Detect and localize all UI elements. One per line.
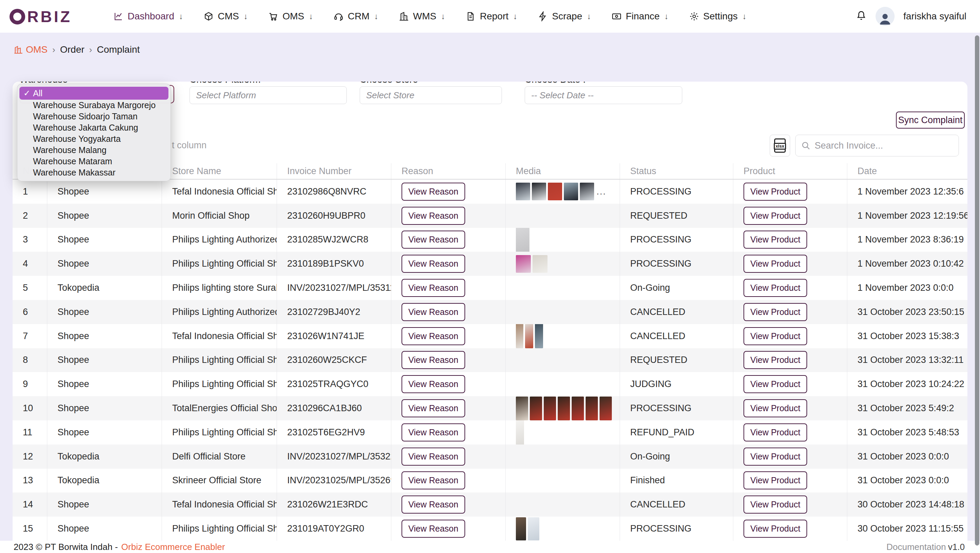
- warehouse-option[interactable]: ✓Warehouse Mataram: [19, 156, 169, 167]
- view-product-button[interactable]: View Product: [743, 230, 807, 249]
- chevron-down-icon: ↓: [587, 11, 591, 21]
- cell-date: 31 October 2023 15:38:3: [847, 324, 967, 348]
- view-reason-button[interactable]: View Reason: [401, 520, 465, 538]
- view-reason-button[interactable]: View Reason: [401, 399, 465, 417]
- media-thumbnail[interactable]: [530, 397, 542, 420]
- select-column-text[interactable]: t column: [172, 140, 207, 151]
- nav-item-report[interactable]: Report↓: [466, 11, 517, 22]
- media-thumbnail[interactable]: [516, 420, 524, 445]
- view-product-button[interactable]: View Product: [743, 279, 807, 297]
- view-product-button[interactable]: View Product: [743, 327, 807, 345]
- media-thumbnail[interactable]: [516, 228, 530, 252]
- view-reason-button[interactable]: View Reason: [401, 351, 465, 369]
- breadcrumb-order[interactable]: Order: [60, 44, 84, 55]
- media-thumbnail[interactable]: [548, 183, 562, 200]
- view-reason-button[interactable]: View Reason: [401, 303, 465, 321]
- view-reason-button[interactable]: View Reason: [401, 448, 465, 466]
- platform-select-input[interactable]: [189, 86, 347, 104]
- view-reason-button[interactable]: View Reason: [401, 230, 465, 249]
- media-thumbnail[interactable]: [516, 255, 531, 273]
- view-reason-button[interactable]: View Reason: [401, 327, 465, 345]
- view-product-button[interactable]: View Product: [743, 351, 807, 369]
- orbiz-footer-link[interactable]: Orbiz Ecommerce Enabler: [121, 542, 225, 552]
- warehouse-option[interactable]: ✓Warehouse Jakarta Cakung: [19, 122, 169, 133]
- date-select-input[interactable]: [525, 86, 682, 104]
- warehouse-dropdown-menu: ✓All✓Warehouse Surabaya Margorejo✓Wareho…: [17, 84, 171, 181]
- media-thumbnail[interactable]: [532, 183, 546, 200]
- media-thumbnail[interactable]: [516, 517, 526, 540]
- warehouse-option[interactable]: ✓Warehouse Makassar: [19, 167, 169, 178]
- media-thumbnail[interactable]: [580, 183, 594, 200]
- view-product-button[interactable]: View Product: [743, 207, 807, 225]
- nav-item-settings[interactable]: Settings↓: [689, 11, 746, 22]
- nav-item-cms[interactable]: CMS↓: [204, 11, 248, 22]
- media-thumbnail[interactable]: [564, 183, 578, 200]
- user-name[interactable]: fariskha syaiful: [904, 11, 966, 22]
- sync-complaint-button[interactable]: Sync Complaint: [896, 111, 965, 129]
- orbiz-logo[interactable]: RBIZ: [10, 8, 72, 26]
- column-header-status: Status: [620, 163, 733, 179]
- search-invoice-input[interactable]: [815, 140, 953, 151]
- media-thumbnail[interactable]: [516, 397, 528, 420]
- media-thumbnail[interactable]: [535, 324, 543, 348]
- view-reason-button[interactable]: View Reason: [401, 183, 465, 201]
- view-product-button[interactable]: View Product: [743, 423, 807, 442]
- nav-item-crm[interactable]: CRM↓: [334, 11, 379, 22]
- nav-item-wms[interactable]: WMS↓: [399, 11, 445, 22]
- column-header-date: Date: [847, 163, 967, 179]
- table-row: 10ShopeeTotalEnergies Official Shop23102…: [13, 396, 967, 420]
- view-reason-button[interactable]: View Reason: [401, 279, 465, 297]
- cell-reason: View Reason: [391, 469, 506, 493]
- view-reason-button[interactable]: View Reason: [401, 471, 465, 489]
- view-product-button[interactable]: View Product: [743, 303, 807, 321]
- view-product-button[interactable]: View Product: [743, 399, 807, 417]
- warehouse-option[interactable]: ✓Warehouse Yogyakarta: [19, 133, 169, 145]
- view-reason-button[interactable]: View Reason: [401, 255, 465, 273]
- documentation-link[interactable]: Documentation: [886, 542, 946, 552]
- store-select-input[interactable]: [360, 86, 502, 104]
- view-product-button[interactable]: View Product: [743, 471, 807, 489]
- cell-product: View Product: [733, 420, 847, 445]
- view-product-button[interactable]: View Product: [743, 520, 807, 538]
- vertical-scrollbar[interactable]: [975, 35, 979, 545]
- warehouse-option[interactable]: ✓Warehouse Sidoarjo Taman: [19, 111, 169, 122]
- view-product-button[interactable]: View Product: [743, 255, 807, 273]
- media-thumbnail[interactable]: [516, 324, 523, 348]
- view-product-button[interactable]: View Product: [743, 448, 807, 466]
- breadcrumb-oms[interactable]: OMS: [14, 44, 48, 55]
- media-thumbnail[interactable]: [572, 397, 584, 420]
- view-reason-button[interactable]: View Reason: [401, 375, 465, 393]
- media-thumbnail[interactable]: [544, 397, 556, 420]
- view-product-button[interactable]: View Product: [743, 375, 807, 393]
- store-label: Choose Store: [360, 82, 418, 85]
- cell-reason: View Reason: [391, 493, 506, 516]
- user-avatar[interactable]: [875, 7, 894, 26]
- notification-bell-icon[interactable]: [856, 10, 867, 23]
- media-thumbnail[interactable]: [525, 324, 533, 348]
- media-thumbnail[interactable]: [558, 397, 570, 420]
- chevron-down-icon: ↓: [441, 11, 445, 21]
- media-more-ellipsis[interactable]: ...: [597, 186, 606, 197]
- nav-item-label: Finance: [626, 11, 660, 22]
- media-thumbnail[interactable]: [516, 183, 530, 200]
- media-thumbnail[interactable]: [585, 397, 598, 420]
- export-xlsx-button[interactable]: xlsx: [770, 135, 790, 156]
- warehouse-option[interactable]: ✓Warehouse Malang: [19, 145, 169, 156]
- warehouse-option[interactable]: ✓Warehouse Surabaya Margorejo: [19, 100, 169, 111]
- view-reason-button[interactable]: View Reason: [401, 496, 465, 513]
- cell-status: PROCESSING: [620, 396, 733, 420]
- warehouse-option-selected[interactable]: ✓All: [19, 87, 169, 100]
- nav-item-oms[interactable]: OMS↓: [268, 11, 313, 22]
- breadcrumb-complaint[interactable]: Complaint: [97, 44, 140, 55]
- view-reason-button[interactable]: View Reason: [401, 423, 465, 442]
- media-thumbnail[interactable]: [528, 517, 539, 540]
- media-thumbnail[interactable]: [533, 255, 547, 273]
- nav-item-finance[interactable]: Finance↓: [611, 11, 669, 22]
- media-thumbnail[interactable]: [600, 397, 612, 420]
- view-product-button[interactable]: View Product: [743, 496, 807, 513]
- nav-item-scrape[interactable]: Scrape↓: [538, 11, 591, 22]
- view-reason-button[interactable]: View Reason: [401, 207, 465, 225]
- view-product-button[interactable]: View Product: [743, 183, 807, 201]
- nav-item-dashboard[interactable]: Dashboard↓: [113, 11, 183, 22]
- cell-invoice-number: 23102986Q8NVRC: [277, 180, 391, 204]
